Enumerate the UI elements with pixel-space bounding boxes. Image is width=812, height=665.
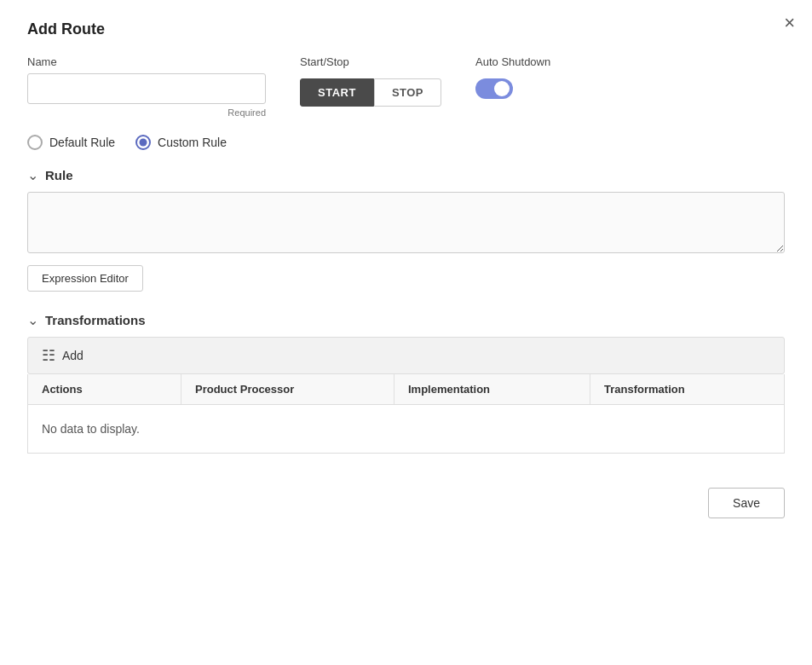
- rule-chevron-icon: ⌄: [27, 167, 38, 183]
- table-header-row: Actions Product Processor Implementation…: [28, 374, 784, 405]
- table-header-implementation: Implementation: [394, 374, 590, 404]
- save-button-container: Save: [27, 488, 785, 518]
- modal-title: Add Route: [27, 20, 785, 38]
- required-text: Required: [27, 107, 266, 118]
- default-rule-label: Default Rule: [49, 136, 115, 149]
- name-label: Name: [27, 55, 266, 68]
- transformations-chevron-icon: ⌄: [27, 312, 38, 328]
- name-input[interactable]: [27, 73, 266, 104]
- start-button[interactable]: START: [300, 78, 374, 107]
- custom-rule-radio[interactable]: [135, 135, 151, 150]
- rule-type-radio-group: Default Rule Custom Rule: [27, 135, 785, 150]
- add-transformation-label[interactable]: Add: [62, 349, 84, 362]
- transformations-section: ⌄ Transformations ☷ Add Actions Product …: [27, 312, 785, 454]
- default-rule-radio[interactable]: [27, 135, 43, 150]
- table-header-transformation: Transformation: [590, 374, 784, 404]
- transformations-section-title: Transformations: [45, 313, 146, 327]
- auto-shutdown-label: Auto Shutdown: [475, 55, 550, 68]
- table-header-actions: Actions: [28, 374, 181, 404]
- table-header-product-processor: Product Processor: [181, 374, 394, 404]
- auto-shutdown-group: Auto Shutdown: [475, 55, 550, 99]
- name-field-group: Name Required: [27, 55, 266, 118]
- add-transformation-row[interactable]: ☷ Add: [27, 337, 785, 374]
- add-transformation-icon: ☷: [42, 346, 55, 365]
- custom-rule-label: Custom Rule: [158, 136, 227, 149]
- custom-rule-option[interactable]: Custom Rule: [135, 135, 227, 150]
- close-button[interactable]: ×: [784, 14, 795, 32]
- stop-button[interactable]: STOP: [374, 78, 441, 107]
- rule-section: ⌄ Rule Expression Editor: [27, 167, 785, 292]
- table-empty-message: No data to display.: [28, 405, 784, 453]
- save-button[interactable]: Save: [708, 488, 785, 518]
- rule-section-title: Rule: [45, 168, 73, 182]
- expression-editor-button[interactable]: Expression Editor: [27, 265, 143, 292]
- transformations-table: Actions Product Processor Implementation…: [27, 374, 785, 454]
- default-rule-option[interactable]: Default Rule: [27, 135, 115, 150]
- start-stop-group: Start/Stop START STOP: [300, 55, 441, 107]
- start-stop-label: Start/Stop: [300, 55, 441, 68]
- rule-textarea[interactable]: [27, 192, 785, 253]
- rule-section-header[interactable]: ⌄ Rule: [27, 167, 785, 183]
- transformations-section-header[interactable]: ⌄ Transformations: [27, 312, 785, 328]
- auto-shutdown-toggle[interactable]: [475, 78, 513, 99]
